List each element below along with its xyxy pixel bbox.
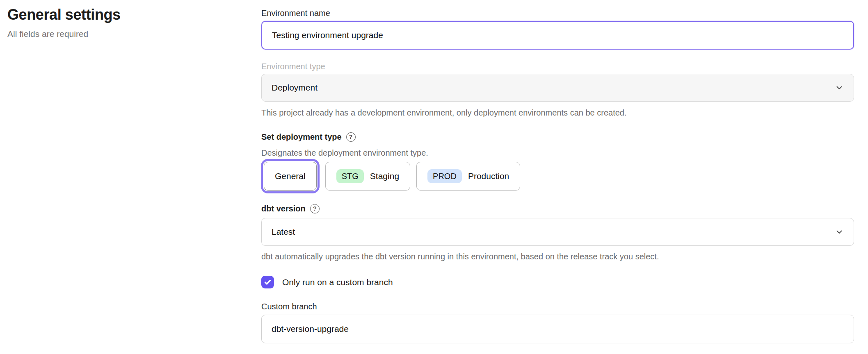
help-icon[interactable]: ?: [310, 204, 320, 213]
chevron-down-icon: [835, 227, 844, 236]
environment-name-label: Environment name: [261, 7, 854, 19]
custom-branch-input[interactable]: [261, 315, 854, 343]
deployment-type-production-button[interactable]: PROD Production: [416, 162, 520, 191]
deployment-type-options: General STG Staging PROD Production: [261, 162, 854, 191]
dbt-version-value: Latest: [272, 227, 295, 237]
dbt-version-helper: dbt automatically upgrades the dbt versi…: [261, 251, 854, 262]
environment-type-label: Environment type: [261, 61, 854, 72]
custom-branch-toggle-label[interactable]: Only run on a custom branch: [282, 277, 393, 287]
deployment-type-staging-label: Staging: [370, 171, 399, 181]
dbt-version-select[interactable]: Latest: [261, 218, 854, 246]
stg-badge: STG: [336, 169, 364, 183]
custom-branch-toggle-row: Only run on a custom branch: [261, 276, 854, 288]
page-title: General settings: [7, 6, 121, 24]
deployment-type-production-label: Production: [468, 171, 509, 181]
settings-header: General settings All fields are required: [7, 6, 121, 39]
environment-type-helper: This project already has a development e…: [261, 107, 854, 118]
deployment-type-helper: Designates the deployment environment ty…: [261, 147, 854, 159]
help-icon[interactable]: ?: [346, 132, 356, 142]
deployment-type-label: Set deployment type: [261, 131, 342, 143]
check-icon: [264, 278, 272, 286]
page-subtitle: All fields are required: [7, 29, 121, 39]
environment-type-select: Deployment: [261, 74, 854, 102]
prod-badge: PROD: [427, 169, 462, 183]
deployment-type-general-button[interactable]: General: [264, 162, 317, 191]
environment-name-input[interactable]: [261, 21, 854, 50]
deployment-type-general-label: General: [275, 171, 306, 181]
environment-settings-form: Environment name Environment type Deploy…: [261, 0, 854, 343]
custom-branch-label: Custom branch: [261, 301, 854, 312]
custom-branch-checkbox[interactable]: [261, 276, 274, 288]
chevron-down-icon: [835, 83, 844, 92]
environment-type-value: Deployment: [272, 83, 318, 93]
deployment-type-staging-button[interactable]: STG Staging: [325, 162, 410, 191]
dbt-version-label: dbt version: [261, 203, 306, 214]
